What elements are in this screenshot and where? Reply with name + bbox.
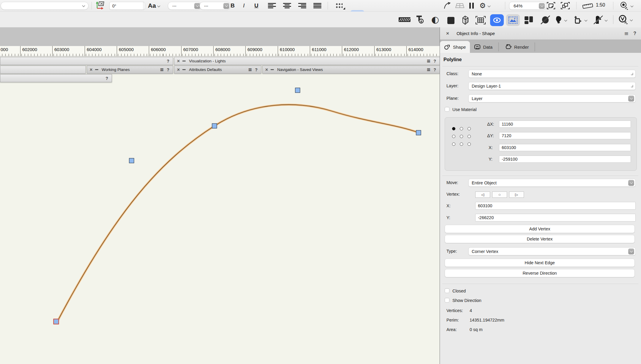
underline-button[interactable]: U	[252, 1, 261, 10]
y-field[interactable]: -259100	[499, 156, 631, 163]
vertex-handle-3[interactable]	[129, 158, 134, 163]
help-icon[interactable]: ?	[433, 67, 436, 72]
delete-vertex-button[interactable]: Delete Vertex	[445, 235, 635, 243]
palette-titlebar-docked-blank-bottom[interactable]: ?	[0, 74, 112, 82]
bold-button[interactable]: B	[228, 1, 237, 10]
opacity-icon[interactable]: ◐	[431, 15, 439, 24]
align-right-button[interactable]	[298, 3, 306, 8]
current-vertex-button[interactable]: ○	[492, 192, 507, 198]
layer-dropdown[interactable]: Design Layer-1	[468, 82, 636, 90]
rotation-angle-field[interactable]: 0°	[109, 2, 145, 10]
pause-updates-button[interactable]	[468, 2, 475, 9]
vertex-handle-1[interactable]	[295, 88, 300, 93]
close-icon[interactable]: ×	[265, 67, 268, 72]
viewports-layout-icon[interactable]	[524, 16, 533, 25]
line-style-dropdown[interactable]: ---	[200, 2, 230, 10]
section-grid-icon[interactable]	[475, 15, 486, 25]
x-field[interactable]: 603100	[499, 144, 631, 151]
chevron-down-icon[interactable]	[628, 96, 634, 102]
previous-vertex-button[interactable]: ◁	[475, 192, 490, 198]
fit-to-objects-button[interactable]	[560, 1, 571, 10]
vertex-x-field[interactable]: 603100	[475, 202, 636, 210]
drawing-scale-value[interactable]: 1:50	[596, 2, 605, 8]
hide-next-edge-button[interactable]: Hide Next Edge	[445, 259, 635, 267]
fit-to-page-button[interactable]	[546, 1, 556, 10]
align-left-button[interactable]	[268, 3, 276, 8]
chevron-down-icon[interactable]	[194, 3, 200, 9]
vertex-handle-2[interactable]	[212, 124, 217, 129]
close-icon[interactable]: ×	[177, 67, 180, 72]
delta-x-field[interactable]: 11160	[499, 121, 631, 128]
image-effects-button[interactable]	[506, 14, 520, 26]
close-icon[interactable]: ×	[90, 67, 92, 72]
hide-flags-menu[interactable]	[593, 15, 607, 24]
help-icon[interactable]: ?	[167, 67, 169, 72]
minimize-icon[interactable]	[182, 69, 186, 70]
vertex-handle-5[interactable]	[53, 319, 59, 325]
class-dropdown[interactable]: None	[468, 70, 636, 78]
palette-titlebar-docked-blank-top[interactable]: ?	[0, 57, 173, 65]
anchor-radio-bottom-right[interactable]	[468, 143, 471, 146]
hatch-style-icon[interactable]	[398, 16, 411, 23]
reverse-direction-button[interactable]: Reverse Direction	[445, 269, 635, 277]
show-direction-checkbox[interactable]	[445, 298, 449, 303]
anchor-radio-mid-center[interactable]	[460, 135, 463, 138]
anchor-radio-bottom-left[interactable]	[452, 143, 455, 146]
menu-icon[interactable]: ≡	[624, 30, 629, 37]
lighting-options-menu[interactable]	[555, 15, 567, 24]
move-dropdown[interactable]: Entire Object	[468, 179, 636, 187]
vertex-handle-4[interactable]	[416, 130, 421, 135]
minimize-icon[interactable]	[271, 69, 274, 70]
add-vertex-button[interactable]: Add Vertex	[445, 225, 635, 233]
text-style-icon[interactable]	[416, 15, 424, 24]
anchor-radio-top-center[interactable]	[460, 127, 463, 130]
active-class-combobox[interactable]	[1, 2, 89, 10]
object-visibility-button[interactable]	[490, 14, 504, 26]
menu-icon[interactable]: ≡	[160, 67, 164, 72]
visibility-tool-menu[interactable]	[618, 15, 632, 24]
fillet-tool-icon[interactable]	[443, 1, 452, 10]
minimize-icon[interactable]	[95, 69, 98, 70]
text-format-menu[interactable]: Aa	[148, 1, 160, 10]
line-thickness-dropdown[interactable]: ---	[168, 2, 201, 10]
no-symbol-icon[interactable]	[541, 15, 550, 25]
use-material-checkbox[interactable]	[445, 107, 449, 112]
anchor-radio-top-left[interactable]	[452, 127, 455, 130]
help-icon[interactable]: ?	[255, 67, 258, 72]
close-icon[interactable]: ×	[446, 31, 449, 37]
polyline-object[interactable]	[0, 56, 440, 364]
close-icon[interactable]: ×	[177, 59, 180, 64]
vertex-y-field[interactable]: -266220	[475, 214, 636, 221]
anchor-radio-bottom-center[interactable]	[460, 143, 463, 146]
help-icon[interactable]: ?	[633, 31, 636, 36]
align-justify-button[interactable]	[313, 3, 321, 8]
view-options-menu[interactable]	[619, 1, 633, 10]
chevron-down-icon[interactable]	[628, 249, 634, 254]
anchor-radio-mid-right[interactable]	[468, 135, 471, 138]
create-object-menu[interactable]	[573, 15, 587, 24]
object-info-header[interactable]: × Object Info - Shape ≡ ?	[440, 27, 641, 40]
italic-button[interactable]: I	[239, 1, 248, 10]
palette-titlebar-working-planes[interactable]: ×Working Planes≡?	[87, 66, 173, 74]
tab-shape[interactable]: Shape	[440, 41, 470, 53]
tab-render[interactable]: Render	[501, 41, 533, 53]
anchor-radio-top-right[interactable]	[468, 127, 471, 130]
chevron-down-icon[interactable]	[628, 180, 634, 186]
tab-data[interactable]: Data	[470, 41, 497, 53]
settings-menu[interactable]: ⚙	[479, 1, 490, 10]
minimize-icon[interactable]	[182, 61, 186, 61]
plane-dropdown[interactable]: Layer	[468, 94, 636, 102]
vertex-type-dropdown[interactable]: Corner Vertex	[468, 247, 636, 255]
zoom-level-dropdown[interactable]: 64%	[509, 2, 546, 10]
next-vertex-button[interactable]: ▷	[509, 192, 524, 198]
drawing-canvas[interactable]	[0, 56, 440, 364]
anchor-radio-mid-left[interactable]	[452, 135, 455, 138]
fill-style-icon[interactable]	[447, 17, 454, 24]
palette-titlebar-attributes-defaults[interactable]: ×Attributes Defaults≡?	[174, 66, 261, 74]
delta-y-field[interactable]: 7120	[499, 132, 631, 139]
closed-checkbox[interactable]	[445, 288, 449, 293]
extrude-icon[interactable]	[460, 15, 470, 25]
help-icon[interactable]: ?	[433, 59, 436, 64]
menu-icon[interactable]: ≡	[248, 67, 252, 72]
snap-to-grid-button[interactable]	[331, 1, 346, 10]
